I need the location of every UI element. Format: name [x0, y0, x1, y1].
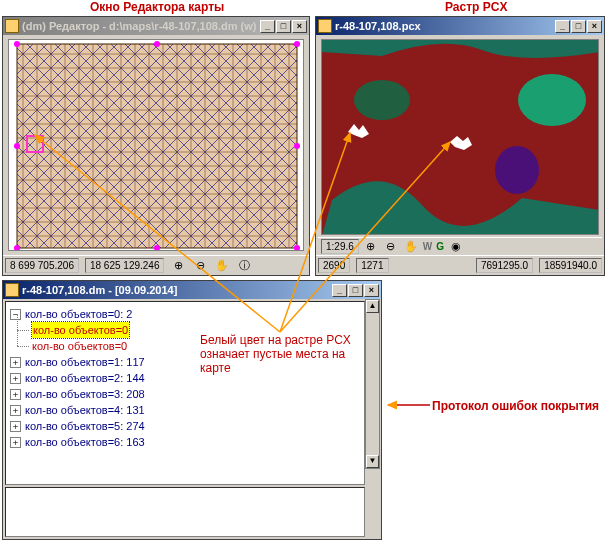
- editor-title: (dm) Редактор - d:\maps\r-48-107,108.dm …: [22, 20, 259, 32]
- svg-point-12: [518, 74, 586, 126]
- scroll-up-button[interactable]: ▲: [366, 300, 379, 313]
- log-titlebar[interactable]: r-48-107,108.dm - [09.09.2014] _ □ ×: [3, 281, 381, 299]
- raster-toolbar: 1:29.6 ⊕ ⊖ ✋ W G ◉: [318, 237, 602, 255]
- maximize-button[interactable]: □: [571, 20, 586, 33]
- editor-statusbar: 8 699 705.206 18 625 129.246 ⊕ ⊖ ✋ ⓘ: [3, 255, 309, 275]
- expand-icon[interactable]: +: [10, 373, 21, 384]
- expand-icon[interactable]: +: [10, 437, 21, 448]
- raster-title: r-48-107,108.pcx: [335, 20, 554, 32]
- pixel-y: 1271: [356, 258, 388, 273]
- svg-point-13: [495, 146, 539, 194]
- svg-point-6: [14, 143, 20, 149]
- maximize-button[interactable]: □: [276, 20, 291, 33]
- geo-x: 7691295.0: [476, 258, 533, 273]
- log-title: r-48-107,108.dm - [09.09.2014]: [22, 284, 331, 296]
- annotation-log: Протокол ошибок покрытия: [432, 399, 599, 413]
- app-icon: [5, 19, 19, 33]
- status-coord-y: 18 625 129.246: [85, 258, 165, 273]
- svg-point-14: [354, 80, 410, 120]
- tree-node[interactable]: +кол-во объектов=3: 208: [10, 386, 360, 402]
- zoom-in-icon[interactable]: ⊕: [170, 258, 186, 274]
- minimize-button[interactable]: _: [260, 20, 275, 33]
- view-icon[interactable]: ◉: [448, 239, 464, 255]
- raster-window: r-48-107,108.pcx _ □ × 1:29.6 ⊕ ⊖ ✋ W G …: [315, 16, 605, 276]
- geo-y: 18591940.0: [539, 258, 602, 273]
- zoom-out-icon[interactable]: ⊖: [192, 258, 208, 274]
- pan-icon[interactable]: ✋: [403, 239, 419, 255]
- status-coord-x: 8 699 705.206: [5, 258, 79, 273]
- close-button[interactable]: ×: [587, 20, 602, 33]
- scrollbar-vertical[interactable]: ▲ ▼: [365, 299, 380, 469]
- svg-point-7: [294, 143, 300, 149]
- close-button[interactable]: ×: [364, 284, 379, 297]
- editor-window: (dm) Редактор - d:\maps\r-48-107,108.dm …: [2, 16, 310, 276]
- tree-node[interactable]: +кол-во объектов=4: 131: [10, 402, 360, 418]
- caption-raster: Растр PCX: [445, 0, 507, 14]
- tree-node[interactable]: +кол-во объектов=6: 163: [10, 434, 360, 450]
- log-window: r-48-107,108.dm - [09.09.2014] _ □ × −ко…: [2, 280, 382, 540]
- svg-rect-2: [17, 44, 297, 248]
- editor-titlebar[interactable]: (dm) Редактор - d:\maps\r-48-107,108.dm …: [3, 17, 309, 35]
- annotation-pcx: Белый цвет на растре PCX означает пустые…: [200, 333, 351, 375]
- close-button[interactable]: ×: [292, 20, 307, 33]
- app-icon: [318, 19, 332, 33]
- collapse-icon[interactable]: −: [10, 309, 21, 320]
- w-flag[interactable]: W: [423, 241, 432, 252]
- scroll-down-button[interactable]: ▼: [366, 455, 379, 468]
- app-icon: [5, 283, 19, 297]
- svg-point-8: [14, 245, 20, 251]
- expand-icon[interactable]: +: [10, 357, 21, 368]
- memo-area[interactable]: [5, 487, 365, 537]
- raster-titlebar[interactable]: r-48-107,108.pcx _ □ ×: [316, 17, 604, 35]
- scale-display: 1:29.6: [321, 239, 359, 254]
- zoom-out-icon[interactable]: ⊖: [383, 239, 399, 255]
- svg-point-10: [294, 245, 300, 251]
- caption-editor: Окно Редактора карты: [90, 0, 224, 14]
- expand-icon[interactable]: +: [10, 405, 21, 416]
- svg-point-9: [154, 245, 160, 251]
- tree-node[interactable]: +кол-во объектов=5: 274: [10, 418, 360, 434]
- tree-view[interactable]: −кол-во объектов=0: 2 кол-во объектов=0 …: [5, 301, 365, 485]
- map-canvas[interactable]: [8, 39, 304, 251]
- raster-statusbar: 2690 1271 7691295.0 18591940.0: [316, 255, 604, 275]
- tree-node[interactable]: −кол-во объектов=0: 2: [10, 306, 360, 322]
- g-flag[interactable]: G: [436, 241, 444, 252]
- expand-icon[interactable]: +: [10, 389, 21, 400]
- minimize-button[interactable]: _: [555, 20, 570, 33]
- svg-point-5: [294, 41, 300, 47]
- pan-icon[interactable]: ✋: [214, 258, 230, 274]
- zoom-in-icon[interactable]: ⊕: [363, 239, 379, 255]
- pixel-x: 2690: [318, 258, 350, 273]
- maximize-button[interactable]: □: [348, 284, 363, 297]
- minimize-button[interactable]: _: [332, 284, 347, 297]
- info-icon[interactable]: ⓘ: [236, 258, 252, 274]
- svg-point-3: [14, 41, 20, 47]
- expand-icon[interactable]: +: [10, 421, 21, 432]
- raster-canvas[interactable]: [321, 39, 599, 235]
- svg-point-4: [154, 41, 160, 47]
